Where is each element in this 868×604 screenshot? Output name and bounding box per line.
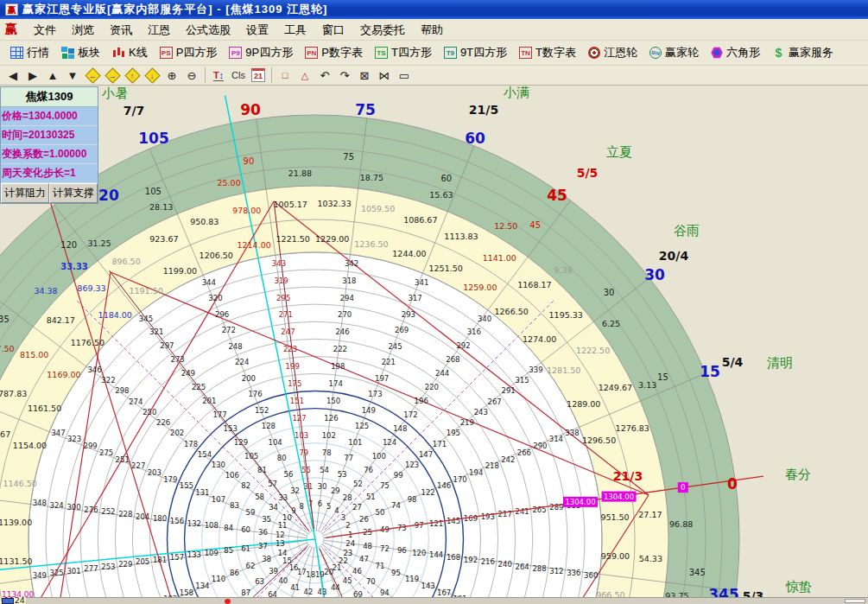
P四方形-button[interactable]: PSP四方形 [155,42,223,63]
ring-number: 169 [464,514,478,523]
ring-number: 168 [447,553,460,562]
nav-left-button[interactable]: ◀ [3,67,22,84]
menu-item-公式选股[interactable]: 公式选股 [178,22,238,38]
ring-number: 202 [170,429,184,437]
赢家轮-button[interactable]: Big赢家轮 [644,42,704,63]
inner-price-label: 1274.00 [523,334,556,344]
ring-number: 216 [481,557,495,566]
ring-number: 101 [348,438,362,447]
price-row: 价格=1304.0000 [1,107,98,126]
calc-resistance-button[interactable]: 计算阻力 [1,183,49,203]
赢家服务-button[interactable]: $赢家服务 [767,42,839,63]
outer-degree-label: 75 [355,101,376,118]
menu-item-窗口[interactable]: 窗口 [314,22,352,38]
nav-down-button[interactable]: ▼ [63,67,82,84]
nav-right-button[interactable]: ▶ [23,67,42,84]
screen-button[interactable]: ▭ [395,67,414,84]
triangle-tool-button[interactable]: △ [295,67,314,84]
menu-item-工具[interactable]: 工具 [276,22,314,38]
degree-ring-label: 60 [440,174,452,183]
T四方形-button[interactable]: TST四方形 [370,42,437,63]
ring-number: 36 [258,528,268,537]
expand-button[interactable]: ⊠ [355,67,374,84]
ring-number: 273 [171,355,185,364]
ring-number: 198 [331,362,345,371]
zoom-out-button[interactable]: ⊖ [182,67,201,84]
calendar-button[interactable]: 21 [249,67,268,84]
bottom-status-strip [26,597,868,604]
ring-number: 218 [485,461,499,470]
ring-number: 82 [241,481,250,490]
percent-label: 37.50 [0,344,15,353]
outer-price-label: 1005.17 [274,200,307,209]
P数字表-button[interactable]: PNP数字表 [300,42,368,63]
ring-number: 78 [322,448,332,457]
ring-number: 85 [224,546,233,555]
ring-number: 130 [212,461,225,469]
ring-number: 46 [352,567,362,575]
ring-number: 274 [129,397,143,406]
cls-button[interactable]: Cls [229,67,248,84]
ring-number: 288 [532,564,546,573]
square-tool-button[interactable]: □ [276,67,295,84]
T数字表-button[interactable]: TNT数字表 [514,42,581,63]
pan-down-button[interactable]: ↓ [143,67,162,84]
ring-number: 179 [163,475,177,484]
pan-up-button[interactable]: ↑ [123,67,142,84]
app-logo-icon: 赢 [5,22,17,37]
ring-number: 253 [101,563,115,571]
inner-price-label: 1146.50 [3,479,36,488]
pan-left-button[interactable]: ← [83,67,102,84]
menu-item-浏览[interactable]: 浏览 [64,22,102,38]
行情-button[interactable]: 行情 [5,42,54,63]
ring-number: 63 [255,577,264,586]
rotate-ccw-button[interactable]: ↶ [315,67,334,84]
rotate-cw-button[interactable]: ↷ [335,67,354,84]
9P四方形-button[interactable]: P99P四方形 [224,42,298,63]
strip-right-box[interactable] [845,599,865,603]
ring-number: 300 [67,503,80,512]
六角形-button[interactable]: 六角形 [706,42,765,63]
ring-number: 293 [402,310,415,319]
toolbar-label: 江恩轮 [604,45,637,60]
percent-label: 31.25 [87,238,111,248]
zoom-in-button[interactable]: ⊕ [162,67,181,84]
menu-item-资讯[interactable]: 资讯 [102,22,140,38]
ring-number: 229 [118,560,132,569]
date-label: 5/5 [577,166,599,180]
gann-wheel-svg[interactable]: 1234567891011121314151617181920212223242… [0,86,868,604]
price-time-button[interactable]: T↕ [209,67,228,84]
ring-number: 171 [433,440,447,448]
degree-ring-label: 345 [689,568,706,577]
ring-number: 18 [306,570,315,579]
ring-number: 156 [170,517,184,525]
9T四方形-button[interactable]: T99T四方形 [439,42,512,63]
shrink-button[interactable]: ⋈ [375,67,394,84]
percent-label: 3.13 [638,380,656,390]
nav-up-button[interactable]: ▲ [43,67,62,84]
inner-price-label: 1214.00 [237,240,270,250]
ring-number: 107 [212,495,225,504]
ring-number: 170 [453,475,467,484]
pan-right-button[interactable]: → [103,67,122,84]
calc-support-button[interactable]: 计算支撑 [49,183,98,203]
ring-number: 221 [382,358,396,366]
toolbar-label: P四方形 [176,45,218,60]
ts-badge-icon: TS [375,47,388,59]
menu-item-设置[interactable]: 设置 [238,22,276,38]
ring-number: 76 [364,466,373,474]
menu-item-交易委托[interactable]: 交易委托 [352,22,413,38]
江恩轮-button[interactable]: 江恩轮 [583,42,643,63]
板块-button[interactable]: 板块 [56,42,105,63]
ring-number: 147 [419,450,433,459]
K线-button[interactable]: K线 [107,42,153,63]
main-toolbar: 行情板块K线PSP四方形P99P四方形PNP数字表TST四方形T99T四方形TN… [0,41,868,66]
ring-number: 318 [342,277,356,285]
menu-item-江恩[interactable]: 江恩 [140,22,178,38]
title-bar[interactable]: 赢 赢家江恩专业版[赢家内部服务平台] - [焦煤1309 江恩轮] [0,0,868,19]
toolbar-label: T四方形 [391,45,432,60]
ring-number: 348 [33,499,47,507]
menu-item-帮助[interactable]: 帮助 [413,22,451,38]
menu-item-文件[interactable]: 文件 [26,22,64,38]
percent-label: 28.13 [149,202,173,212]
